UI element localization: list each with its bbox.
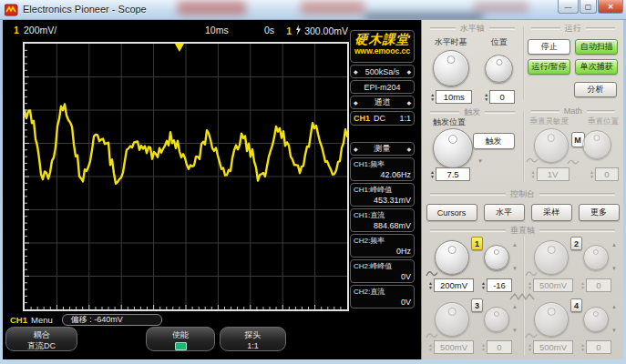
- timebase-value[interactable]: 10ms: [436, 90, 472, 104]
- ch2-volts-value[interactable]: 500mV: [533, 278, 573, 292]
- trigger-position-label: 触发位置: [433, 116, 466, 128]
- trigger-position-knob[interactable]: [433, 128, 473, 168]
- trigger-readout: 1 300.00mV: [286, 25, 348, 36]
- ch3-volts-knob[interactable]: [435, 302, 469, 337]
- maximize-button[interactable]: ▢: [580, 0, 597, 14]
- analyze-button[interactable]: 分析: [574, 82, 617, 97]
- ch3-badge[interactable]: 3: [471, 298, 483, 312]
- timebase-label: 水平时基: [435, 36, 467, 48]
- spinner-arrows[interactable]: ▲▼: [580, 278, 586, 292]
- spinner-arrows[interactable]: ▲▼: [580, 340, 586, 354]
- auto-scan-button[interactable]: 自动扫描: [575, 39, 618, 55]
- spinner-arrows[interactable]: ▲▼: [480, 340, 487, 354]
- ch3-vertical-group: 3 ▲▼ ▲▼ 500mV ▲▼ 0: [426, 298, 520, 357]
- ch1-position-value[interactable]: -16: [487, 278, 512, 292]
- ch4-position-knob[interactable]: [583, 307, 609, 332]
- wave-icon: [526, 157, 539, 164]
- math-position-spinner[interactable]: ▲▼ 0: [589, 167, 619, 181]
- trigger-section-header: 触发: [464, 106, 480, 118]
- math-sensitivity-label: 垂直灵敏度: [530, 116, 570, 127]
- spinner-arrows[interactable]: ▲▼: [589, 167, 595, 181]
- wave-icon: [525, 331, 538, 339]
- ch2-volts-knob[interactable]: [534, 240, 569, 275]
- ch2-volts-spinner[interactable]: ▲▼ 500mV: [527, 278, 573, 292]
- ch1-volts-knob[interactable]: [435, 240, 469, 275]
- h-position-value[interactable]: 0: [489, 90, 515, 104]
- ch2-position-knob[interactable]: [583, 245, 609, 270]
- control-panel: 水平轴 水平时基 ▲▼ 10ms 位置: [421, 20, 623, 359]
- math-position-value[interactable]: 0: [595, 167, 619, 181]
- ch4-vertical-group: 4 ▲▼ ▲▼ 500mV ▲▼ 0: [525, 298, 620, 357]
- channel-number: 1: [14, 25, 19, 35]
- trigger-button[interactable]: 触发: [473, 133, 515, 149]
- ch2-badge[interactable]: 2: [570, 237, 582, 250]
- spinner-arrows[interactable]: ▲▼: [527, 340, 533, 354]
- background-window-artifact: [301, 1, 364, 15]
- spinner-arrows[interactable]: ▲▼: [427, 340, 434, 354]
- app-icon: [5, 4, 18, 16]
- window-content: 1 200mV/ 10ms 0s 1 300.00mV 硬木課: [3, 20, 623, 359]
- ch1-volts-value[interactable]: 200mV: [434, 278, 474, 292]
- math-sensitivity-spinner[interactable]: ▲▼ 1V: [530, 167, 570, 181]
- math-sensitivity-knob[interactable]: [534, 128, 569, 163]
- ch1-position-spinner[interactable]: ▲▼ -16: [480, 278, 512, 292]
- sampling-button[interactable]: 采样: [531, 204, 572, 221]
- spinner-arrows[interactable]: ▲▼: [527, 278, 533, 292]
- spinner-arrows[interactable]: ▲▼: [427, 278, 434, 292]
- ch2-position-value[interactable]: 0: [586, 278, 611, 292]
- section-trigger-math: 触发 触发位置 ▲▼ 触发 ▲▼ 7.5 Math 垂直灵敏度 垂直位置 M: [422, 104, 623, 186]
- knob-arrows: ▲▼: [611, 304, 617, 333]
- ch4-badge[interactable]: 4: [570, 298, 582, 312]
- ch4-volts-knob[interactable]: [534, 302, 569, 337]
- math-position-knob[interactable]: [582, 130, 611, 159]
- brand-logo: 硬木課堂 www.emooc.cc: [350, 30, 415, 63]
- trigger-channel: 1: [286, 25, 292, 36]
- ch4-volts-value[interactable]: 500mV: [533, 340, 573, 354]
- spinner-arrows[interactable]: ▲▼: [483, 90, 489, 104]
- knob-arrows: ▲▼: [512, 242, 518, 271]
- ch4-position-value[interactable]: 0: [586, 340, 611, 354]
- wave-icon: [567, 158, 580, 166]
- spinner-arrows[interactable]: ▲▼: [429, 90, 436, 104]
- spinner-arrows[interactable]: ▲▼: [429, 167, 436, 181]
- ch1-position-knob[interactable]: [484, 245, 509, 270]
- coupling-button[interactable]: 耦合 直流DC: [5, 327, 77, 351]
- horizontal-position-readout: 0s: [264, 25, 274, 35]
- timebase-spinner[interactable]: ▲▼ 10ms: [429, 90, 472, 104]
- ch3-position-value[interactable]: 0: [487, 340, 512, 354]
- ch1-volts-spinner[interactable]: ▲▼ 200mV: [427, 278, 474, 292]
- ch1-badge[interactable]: 1: [471, 237, 483, 250]
- ch4-position-spinner[interactable]: ▲▼ 0: [580, 340, 611, 354]
- run-section-header: 运行: [565, 23, 581, 35]
- brand-name: 硬木課堂: [354, 32, 411, 46]
- enable-button[interactable]: 使能: [146, 327, 215, 351]
- channel-status-row[interactable]: CH1 DC 1:1: [350, 111, 415, 126]
- more-button[interactable]: 更多: [579, 204, 620, 221]
- h-position-knob[interactable]: [485, 55, 513, 83]
- math-sensitivity-value[interactable]: 1V: [537, 167, 570, 181]
- trigger-position-value[interactable]: 7.5: [436, 167, 470, 181]
- background-window-artifact: [178, 1, 246, 15]
- ch3-position-knob[interactable]: [484, 307, 509, 332]
- run-pause-button[interactable]: 运行/暂停: [528, 59, 570, 75]
- close-button[interactable]: ✕: [598, 0, 623, 14]
- timebase-knob[interactable]: [433, 50, 469, 86]
- h-position-spinner[interactable]: ▲▼ 0: [483, 90, 515, 104]
- horizontal-button[interactable]: 水平: [484, 204, 525, 221]
- ch3-position-spinner[interactable]: ▲▼ 0: [480, 340, 512, 354]
- math-section-header: Math: [564, 106, 582, 116]
- ch2-position-spinner[interactable]: ▲▼ 0: [580, 278, 611, 292]
- ch3-volts-value[interactable]: 500mV: [434, 340, 474, 354]
- spinner-arrows[interactable]: ▲▼: [530, 167, 537, 181]
- single-capture-button[interactable]: 单次捕获: [575, 59, 618, 75]
- probe-button[interactable]: 探头 1:1: [220, 327, 286, 351]
- ch3-volts-spinner[interactable]: ▲▼ 500mV: [427, 340, 474, 354]
- horizontal-group: 水平轴 水平时基 ▲▼ 10ms 位置: [422, 20, 523, 104]
- minimize-button[interactable]: —: [558, 0, 579, 14]
- spinner-arrows[interactable]: ▲▼: [480, 278, 487, 292]
- stop-button[interactable]: 停止: [528, 39, 570, 55]
- trigger-position-spinner[interactable]: ▲▼ 7.5: [429, 167, 470, 181]
- ch4-volts-spinner[interactable]: ▲▼ 500mV: [527, 340, 573, 354]
- cursors-button[interactable]: Cursors: [426, 204, 477, 221]
- offset-readout[interactable]: 偏移 : -640mV: [62, 314, 162, 326]
